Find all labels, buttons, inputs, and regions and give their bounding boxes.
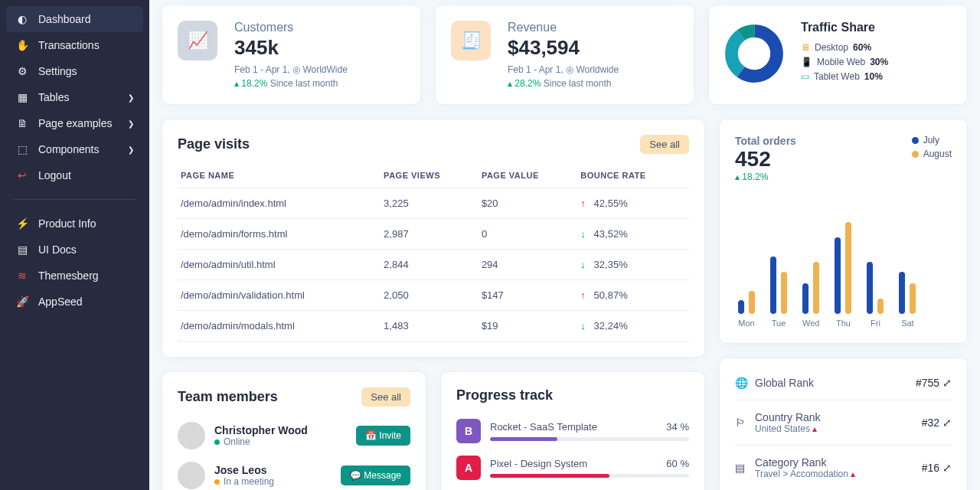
nav-label: AppSeed	[38, 296, 83, 308]
ranks-card: 🌐Global Rank#755 ⤢🏳Country RankUnited St…	[719, 358, 968, 490]
table-row: /demo/admin/forms.html2,9870↓ 43,52%	[178, 219, 689, 250]
nav-ui-docs[interactable]: ▤UI Docs	[6, 237, 143, 263]
customers-card: 📈 Customers 345k Feb 1 - Apr 1, ◎ WorldW…	[162, 5, 421, 105]
donut-chart	[724, 24, 784, 83]
page-visits-title: Page visits	[178, 136, 250, 152]
nav-themesberg[interactable]: ≋Themesberg	[6, 263, 143, 289]
main: 📈 Customers 345k Feb 1 - Apr 1, ◎ WorldW…	[149, 0, 980, 490]
stat-value: $43,594	[508, 36, 619, 60]
page-visits-table: PAGE NAME PAGE VIEWS PAGE VALUE BOUNCE R…	[178, 163, 689, 341]
nav-logout[interactable]: ↩Logout	[6, 162, 143, 188]
nav-label: Dashboard	[38, 13, 91, 25]
chevron-right-icon: ❯	[128, 145, 134, 154]
components-icon: ⬚	[15, 143, 29, 155]
sidebar: ◐Dashboard ✋Transactions ⚙Settings ▦Tabl…	[0, 0, 149, 490]
team-members-card: Team members See all Christopher WoodOnl…	[162, 371, 426, 490]
cash-register-icon: 🧾	[451, 21, 491, 60]
nav-label: Product Info	[38, 217, 96, 230]
table-row: /demo/admin/util.html2,844294↓ 32,35%	[178, 250, 689, 280]
progress-title: Progress track	[456, 387, 689, 403]
stat-sub: Feb 1 - Apr 1, ◎ Worldwide	[508, 64, 619, 75]
see-all-button[interactable]: See all	[640, 135, 689, 154]
nav-label: Transactions	[38, 39, 100, 51]
page-visits-card: Page visits See all PAGE NAME PAGE VIEWS…	[162, 119, 705, 358]
transactions-icon: ✋	[15, 39, 29, 51]
progress-icon: B	[456, 419, 481, 443]
rank-row[interactable]: 🌐Global Rank#755 ⤢	[735, 366, 952, 400]
progress-row: VSpaces - Listings Template45 %	[456, 486, 689, 490]
nav-label: UI Docs	[38, 243, 77, 256]
nav-product-info[interactable]: ⚡Product Info	[6, 211, 143, 237]
th-page-value: PAGE VALUE	[479, 163, 577, 188]
nav-label: Components	[38, 143, 99, 155]
nav-label: Themesberg	[38, 270, 99, 282]
divider	[14, 199, 136, 200]
chart-legend: July August	[912, 135, 952, 182]
themesberg-icon: ≋	[15, 270, 29, 282]
revenue-card: 🧾 Revenue $43,594 Feb 1 - Apr 1, ◎ World…	[435, 5, 694, 105]
rank-icon: 🏳	[735, 416, 755, 429]
traffic-tablet: ▭Tablet Web 10%	[801, 71, 888, 82]
progress-icon: A	[456, 456, 481, 480]
bolt-icon: ⚡	[15, 217, 29, 230]
table-row: /demo/admin/index.html3,225$20↑ 42,55%	[178, 188, 689, 219]
stat-title: Customers	[234, 21, 348, 34]
progress-track-card: Progress track BRocket - SaaS Template34…	[440, 371, 705, 490]
progress-row: BRocket - SaaS Template34 %	[456, 413, 689, 449]
team-member: Jose LeosIn a meeting💬 Message	[178, 456, 410, 490]
nav-label: Page examples	[38, 117, 113, 129]
rank-row[interactable]: ▤Category RankTravel > Accomodation ▴#16…	[735, 446, 952, 490]
traffic-card: Traffic Share 🖥Desktop 60% 📱Mobile Web 3…	[708, 5, 968, 105]
traffic-title: Traffic Share	[801, 21, 888, 34]
member-action-button[interactable]: 📅 Invite	[356, 426, 410, 446]
chevron-right-icon: ❯	[128, 93, 134, 102]
nav-dashboard[interactable]: ◐Dashboard	[6, 6, 143, 32]
orders-barchart: MonTueWedThuFriSat	[735, 204, 952, 328]
team-member: Christopher WoodOnline📅 Invite	[178, 416, 410, 456]
nav-label: Settings	[38, 65, 77, 77]
nav-page-examples[interactable]: 🗎Page examples❯	[6, 110, 143, 136]
stat-change: ▴ 28.2% Since last month	[508, 78, 619, 89]
nav-tables[interactable]: ▦Tables❯	[6, 84, 143, 110]
chart-line-icon: 📈	[178, 21, 217, 60]
page-icon: 🗎	[15, 117, 29, 129]
table-row: /demo/admin/validation.html2,050$147↑ 50…	[178, 280, 689, 311]
traffic-mobile: 📱Mobile Web 30%	[801, 57, 888, 67]
nav-settings[interactable]: ⚙Settings	[6, 58, 143, 84]
rank-icon: 🌐	[735, 377, 755, 389]
orders-title: Total orders	[735, 135, 796, 147]
tablet-icon: ▭	[801, 71, 809, 82]
nav-label: Tables	[38, 91, 69, 103]
th-page-name: PAGE NAME	[178, 163, 381, 188]
see-all-button[interactable]: See all	[361, 387, 410, 407]
mobile-icon: 📱	[801, 57, 812, 67]
stat-change: ▴ 18.2% Since last month	[234, 78, 348, 89]
orders-pct: ▴ 18.2%	[735, 172, 796, 182]
progress-row: APixel - Design System60 %	[456, 449, 689, 486]
nav-components[interactable]: ⬚Components❯	[6, 136, 143, 162]
settings-icon: ⚙	[15, 65, 29, 77]
avatar	[178, 462, 205, 489]
orders-value: 452	[735, 147, 796, 172]
team-title: Team members	[178, 389, 278, 405]
desktop-icon: 🖥	[801, 42, 810, 53]
th-page-views: PAGE VIEWS	[381, 163, 479, 188]
globe-icon: ◎	[292, 64, 300, 75]
orders-card: Total orders 452 ▴ 18.2% July August Mon…	[719, 119, 968, 344]
chevron-right-icon: ❯	[128, 119, 134, 128]
legend-dot	[912, 151, 919, 158]
stat-sub: Feb 1 - Apr 1, ◎ WorldWide	[234, 64, 348, 75]
nav-transactions[interactable]: ✋Transactions	[6, 32, 143, 58]
tables-icon: ▦	[15, 91, 29, 103]
th-bounce-rate: BOUNCE RATE	[577, 163, 689, 188]
rocket-icon: 🚀	[15, 296, 29, 308]
logout-icon: ↩	[15, 169, 29, 181]
member-action-button[interactable]: 💬 Message	[341, 466, 410, 485]
rank-row[interactable]: 🏳Country RankUnited States ▴#32 ⤢	[735, 400, 952, 446]
legend-dot	[912, 137, 919, 144]
nav-appseed[interactable]: 🚀AppSeed	[6, 289, 143, 315]
rank-icon: ▤	[735, 462, 755, 474]
docs-icon: ▤	[15, 243, 29, 256]
avatar	[178, 422, 205, 449]
nav-label: Logout	[38, 169, 71, 181]
